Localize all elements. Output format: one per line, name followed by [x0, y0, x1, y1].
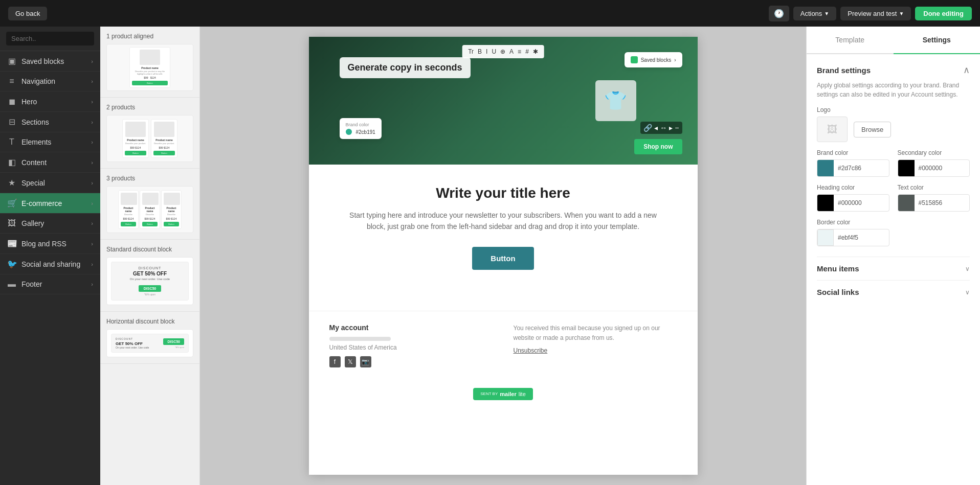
- block-2-products-label: 2 products: [106, 104, 193, 111]
- chevron-right-icon: ›: [91, 99, 93, 105]
- block-3-products[interactable]: 3 products Product name Describe $99 $12…: [100, 169, 199, 240]
- sidebar-item-special[interactable]: ★ Special ›: [0, 173, 100, 193]
- heading-color-input[interactable]: #000000: [834, 196, 889, 210]
- sidebar-item-content[interactable]: ◧ Content ›: [0, 152, 100, 173]
- border-color-spacer: [898, 219, 970, 246]
- sidebar-item-hero[interactable]: ◼ Hero ›: [0, 91, 100, 112]
- blog-icon: 📰: [7, 239, 16, 248]
- color-row-3: Border color #ebf4f5: [817, 219, 970, 246]
- history-button[interactable]: 🕐: [769, 6, 789, 21]
- sidebar-item-ecommerce[interactable]: 🛒 E-commerce ›: [0, 193, 100, 214]
- search-input[interactable]: [6, 32, 94, 45]
- sidebar-item-elements[interactable]: T Elements ›: [0, 132, 100, 152]
- email-cta-button[interactable]: Button: [472, 247, 533, 270]
- settings-content: Brand settings ∧ Apply global settings a…: [807, 54, 980, 314]
- settings-panel: Template Settings Brand settings ∧ Apply…: [806, 27, 980, 485]
- preview-button[interactable]: Preview and test ▼: [840, 7, 911, 20]
- actions-caret-icon: ▼: [824, 11, 829, 16]
- sidebar-item-footer[interactable]: ▬ Footer ›: [0, 274, 100, 294]
- twitter-icon[interactable]: 𝕏: [345, 356, 356, 367]
- sidebar-item-blog-rss[interactable]: 📰 Blog and RSS ›: [0, 234, 100, 254]
- sidebar-item-navigation[interactable]: ≡ Navigation ›: [0, 72, 100, 91]
- hero-shop-button[interactable]: Shop now: [634, 139, 682, 154]
- logo-placeholder: 🖼: [817, 117, 848, 142]
- actions-button[interactable]: Actions ▼: [793, 7, 837, 20]
- color-row-2: Heading color #000000 Text color #515856: [817, 184, 970, 212]
- text-color-input[interactable]: #515856: [915, 196, 970, 210]
- align-right-icon: ▸: [669, 124, 673, 132]
- canvas-area: TrBIU⊕A≡#✱ Generate copy in seconds Save…: [200, 27, 806, 485]
- heading-color-swatch: [817, 195, 834, 211]
- block-horizontal-discount-preview: DISCOUNT GET 50% OFF On your next order.…: [106, 329, 193, 357]
- block-horizontal-discount[interactable]: Horizontal discount block DISCOUNT GET 5…: [100, 312, 199, 364]
- secondary-color-col: Secondary color #000000: [898, 149, 970, 177]
- hero-image-controls: 🔗 ◂ ↔ ▸ −: [640, 122, 682, 134]
- brand-color-col: Brand color #2d7c86: [817, 149, 889, 177]
- brand-color-field[interactable]: #2d7c86: [817, 159, 889, 177]
- sections-icon: ⊟: [7, 117, 16, 127]
- text-color-label: Text color: [898, 184, 970, 191]
- done-editing-button[interactable]: Done editing: [915, 7, 972, 20]
- brand-color-input[interactable]: #2d7c86: [834, 161, 889, 175]
- instagram-icon[interactable]: 📷: [360, 356, 371, 367]
- social-links-chevron-icon: ∨: [965, 289, 970, 296]
- sidebar-item-gallery[interactable]: 🖼 Gallery ›: [0, 214, 100, 234]
- footer-country: United States of America: [329, 344, 493, 351]
- chevron-right-icon: ›: [91, 220, 93, 226]
- saved-blocks-badge-icon: [631, 56, 638, 63]
- email-footer: My account United States of America f 𝕏 …: [309, 311, 698, 380]
- border-color-input[interactable]: #ebf4f5: [834, 231, 889, 244]
- footer-right: You received this email because you sign…: [514, 324, 677, 356]
- special-icon: ★: [7, 178, 16, 188]
- social-links-section[interactable]: Social links ∨: [817, 280, 970, 304]
- brand-settings-desc: Apply global settings according to your …: [817, 81, 970, 99]
- topbar: Go back 🕐 Actions ▼ Preview and test ▼ D…: [0, 0, 980, 27]
- menu-items-section[interactable]: Menu items ∨: [817, 257, 970, 280]
- block-2-products-preview: Product name Describe your product. $99 …: [106, 115, 193, 162]
- block-standard-discount[interactable]: Standard discount block DISCOUNT GET 50%…: [100, 240, 199, 312]
- brand-color-swatch: [817, 160, 834, 176]
- block-1-product-label: 1 product aligned: [106, 33, 193, 40]
- block-2-products[interactable]: 2 products Product name Describe your pr…: [100, 98, 199, 169]
- tab-template[interactable]: Template: [807, 27, 894, 53]
- heading-color-field[interactable]: #000000: [817, 194, 889, 212]
- heading-color-label: Heading color: [817, 184, 889, 191]
- secondary-color-input[interactable]: #000000: [915, 161, 970, 175]
- sidebar-item-social[interactable]: 🐦 Social and sharing ›: [0, 254, 100, 274]
- border-color-swatch: [817, 229, 834, 246]
- align-left-icon: ◂: [654, 124, 658, 132]
- chevron-right-icon: ›: [91, 261, 93, 267]
- border-color-field[interactable]: #ebf4f5: [817, 229, 889, 246]
- settings-tabs: Template Settings: [807, 27, 980, 54]
- email-title: Write your title here: [340, 185, 667, 201]
- chevron-right-icon: ›: [91, 281, 93, 287]
- block-horizontal-discount-label: Horizontal discount block: [106, 318, 193, 325]
- browse-button[interactable]: Browse: [854, 122, 891, 137]
- block-1-product-preview: Product name Describe your product in wa…: [106, 44, 193, 91]
- logo-area: 🖼 Browse: [817, 117, 970, 142]
- color-row-1: Brand color #2d7c86 Secondary color #000…: [817, 149, 970, 177]
- hero-shirt-preview: 👕: [595, 80, 636, 121]
- history-icon: 🕐: [774, 9, 784, 18]
- footer-socials: f 𝕏 📷: [329, 356, 493, 367]
- go-back-button[interactable]: Go back: [8, 7, 47, 20]
- elements-icon: T: [7, 137, 16, 147]
- collapse-brand-icon[interactable]: ∧: [963, 64, 970, 76]
- gallery-icon: 🖼: [7, 219, 16, 228]
- text-color-swatch: [898, 195, 915, 211]
- align-center-icon: ↔: [660, 124, 667, 132]
- email-hero: TrBIU⊕A≡#✱ Generate copy in seconds Save…: [309, 37, 698, 165]
- sidebar-item-sections[interactable]: ⊟ Sections ›: [0, 112, 100, 132]
- block-1-product[interactable]: 1 product aligned Product name Describe …: [100, 27, 199, 98]
- sidebar-item-saved-blocks[interactable]: ▣ Saved blocks ›: [0, 51, 100, 72]
- link-icon: 🔗: [643, 124, 652, 132]
- hero-saved-blocks: Saved blocks ›: [625, 52, 682, 67]
- facebook-icon[interactable]: f: [329, 356, 341, 367]
- unsubscribe-link[interactable]: Unsubscribe: [514, 346, 677, 356]
- tab-settings[interactable]: Settings: [894, 27, 981, 54]
- secondary-color-field[interactable]: #000000: [898, 159, 970, 177]
- menu-items-label: Menu items: [817, 264, 859, 273]
- secondary-color-swatch: [898, 160, 915, 176]
- text-color-field[interactable]: #515856: [898, 194, 970, 212]
- image-placeholder-icon: 🖼: [827, 124, 837, 135]
